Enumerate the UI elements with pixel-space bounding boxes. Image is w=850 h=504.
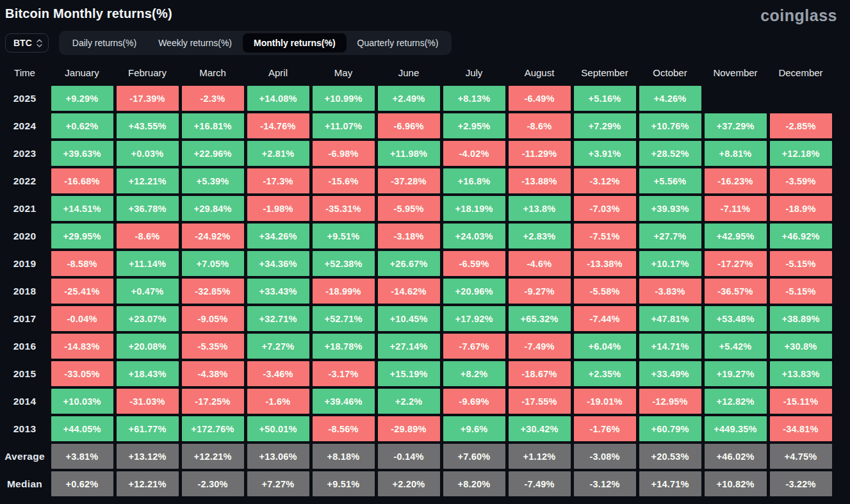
return-cell: +1.12% (509, 444, 571, 469)
empty-cell (770, 86, 832, 111)
return-cell: -14.83% (51, 334, 113, 359)
return-cell: -6.96% (378, 113, 440, 138)
return-cell: -2.30% (182, 471, 244, 496)
return-cell: -6.49% (509, 86, 571, 111)
return-cell: -19.01% (574, 389, 636, 414)
return-cell: -17.3% (247, 168, 309, 193)
return-cell: -32.85% (182, 279, 244, 304)
return-cell: +12.21% (182, 444, 244, 469)
return-cell: +23.07% (117, 306, 179, 331)
return-cell: -1.76% (574, 416, 636, 441)
table-header-row: TimeJanuaryFebruaryMarchAprilMayJuneJuly… (0, 60, 833, 85)
return-cell: +10.45% (378, 306, 440, 331)
return-cell: -34.81% (770, 416, 832, 441)
return-cell: +38.89% (770, 306, 832, 331)
symbol-select-value: BTC (13, 38, 32, 48)
return-cell: +8.20% (443, 471, 505, 496)
tab-daily-returns[interactable]: Daily returns(%) (61, 33, 147, 53)
return-cell: +14.08% (247, 86, 309, 111)
return-cell: +34.26% (247, 224, 309, 248)
return-cell: +60.79% (639, 416, 701, 441)
column-header-november: November (703, 60, 768, 85)
return-cell: +44.05% (51, 416, 113, 441)
return-cell: -7.51% (574, 224, 636, 248)
year-label: 2015 (0, 360, 49, 387)
table-row-2024: 2024+0.62%+43.55%+16.81%-14.76%+11.07%-6… (0, 112, 833, 140)
return-cell: +2.49% (378, 86, 440, 111)
return-cell: -37.28% (378, 168, 440, 193)
return-cell: -5.95% (378, 196, 440, 221)
column-header-august: August (507, 60, 572, 85)
table-row-2019: 2019-8.58%+11.14%+7.05%+34.36%+52.38%+26… (0, 250, 833, 277)
summary-label: Average (0, 443, 49, 470)
return-cell: +13.12% (117, 444, 179, 469)
return-cell: +12.18% (770, 141, 832, 166)
column-header-july: July (441, 60, 507, 85)
return-cell: +6.04% (574, 334, 636, 359)
return-cell: +13.06% (247, 444, 309, 469)
return-cell: -2.3% (182, 86, 244, 111)
return-cell: +27.7% (639, 224, 701, 248)
return-cell: +3.81% (51, 444, 113, 469)
return-cell: +50.01% (247, 416, 309, 441)
return-cell: +8.2% (443, 361, 505, 386)
return-cell: +15.19% (378, 361, 440, 386)
year-label: 2016 (0, 332, 49, 360)
column-header-december: December (768, 60, 833, 85)
return-cell: -5.58% (574, 279, 636, 304)
table-row-median: Median+0.62%+12.21%-2.30%+7.27%+9.51%+2.… (0, 470, 833, 498)
return-cell: -17.55% (509, 389, 571, 414)
return-cell: -6.98% (313, 141, 375, 166)
return-cell: -1.6% (247, 389, 309, 414)
return-cell: -9.27% (509, 279, 571, 304)
year-label: 2019 (0, 250, 49, 277)
return-cell: +172.76% (182, 416, 244, 441)
return-cell: -6.59% (443, 251, 505, 276)
return-cell: +5.56% (639, 168, 701, 193)
year-label: 2022 (0, 167, 49, 195)
return-cell: +11.14% (117, 251, 179, 276)
return-cell: -14.76% (247, 113, 309, 138)
return-cell: -17.39% (117, 86, 179, 111)
return-cell: +20.08% (117, 334, 179, 359)
return-cell: +9.51% (313, 471, 375, 496)
return-cell: -17.25% (182, 389, 244, 414)
return-cell: +2.2% (378, 389, 440, 414)
return-cell: -4.6% (509, 251, 571, 276)
return-cell: -18.99% (313, 279, 375, 304)
tab-weekly-returns[interactable]: Weekly returns(%) (147, 33, 243, 53)
return-cell: +52.71% (313, 306, 375, 331)
return-cell: -7.03% (574, 196, 636, 221)
column-header-april: April (245, 60, 311, 85)
return-cell: -29.89% (378, 416, 440, 441)
return-cell: +10.99% (313, 86, 375, 111)
return-cell: +14.71% (639, 334, 701, 359)
return-cell: +9.6% (443, 416, 505, 441)
return-cell: +0.47% (117, 279, 179, 304)
column-header-february: February (115, 60, 180, 85)
return-cell: -7.11% (705, 196, 767, 221)
year-label: 2021 (0, 195, 49, 222)
return-cell: +2.81% (247, 141, 309, 166)
symbol-select[interactable]: BTC (5, 33, 49, 53)
return-cell: +24.03% (443, 224, 505, 248)
return-cell: +33.49% (639, 361, 701, 386)
return-cell: +32.71% (247, 306, 309, 331)
return-cell: -8.6% (117, 224, 179, 248)
return-cell: +10.03% (51, 389, 113, 414)
tab-monthly-returns[interactable]: Monthly returns(%) (243, 33, 347, 53)
return-cell: -15.6% (313, 168, 375, 193)
return-cell: -5.15% (770, 279, 832, 304)
return-cell: +18.43% (117, 361, 179, 386)
return-cell: +0.03% (117, 141, 179, 166)
table-row-2020: 2020+29.95%-8.6%-24.92%+34.26%+9.51%-3.1… (0, 222, 833, 250)
return-cell: -3.12% (574, 471, 636, 496)
table-row-2017: 2017-0.04%+23.07%-9.05%+32.71%+52.71%+10… (0, 305, 833, 332)
return-cell: +18.78% (313, 334, 375, 359)
top-bar: Bitcoin Monthly returns(%) coinglass (0, 0, 850, 29)
return-cell: +4.26% (639, 86, 701, 111)
return-cell: -12.95% (639, 389, 701, 414)
column-header-october: October (637, 60, 703, 85)
return-cell: -3.08% (574, 444, 636, 469)
tab-quarterly-returns[interactable]: Quarterly returns(%) (347, 33, 450, 53)
